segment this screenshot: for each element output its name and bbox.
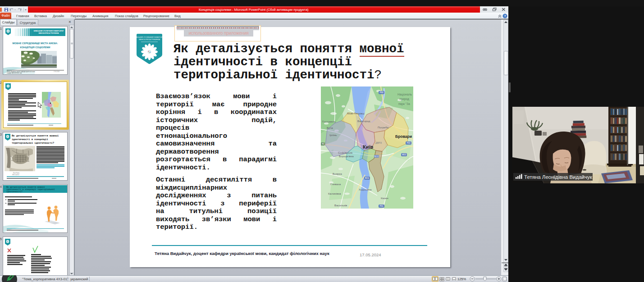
svg-text:Казин: Казин <box>381 196 388 200</box>
svg-text:Погреби: Погреби <box>378 126 389 129</box>
svg-text:Гостомель: Гостомель <box>322 120 336 123</box>
svg-text:Національ: Національ <box>397 93 412 96</box>
svg-text:Тетяна Леонідівна Видайчук: Тетяна Леонідівна Видайчук <box>524 174 593 180</box>
svg-text:М03: М03 <box>402 154 406 156</box>
svg-text:Васильків: Васильків <box>334 204 347 207</box>
svg-text:План Києва: План Києва <box>13 172 20 174</box>
svg-text:Київ: Київ <box>363 144 374 150</box>
svg-text:Буча: Буча <box>327 126 333 129</box>
svg-text:парк "За: парк "За <box>398 102 410 106</box>
svg-text:Софіївська: Софіївська <box>338 151 352 154</box>
svg-text:ВО1: ВО1 <box>365 177 369 179</box>
svg-text:17.05.2024: 17.05.2024 <box>54 71 60 73</box>
svg-text:?: ? <box>504 14 506 18</box>
svg-text:природ: природ <box>399 97 409 101</box>
svg-text:кандидат філологічних наук: кандидат філологічних наук <box>7 72 22 74</box>
svg-text:Як деталізується поняття мовно: Як деталізується поняття мовної <box>12 134 59 137</box>
svg-text:Ірпінь: Ірпінь <box>329 133 337 136</box>
svg-text:ІМЕНІ БОРИСА ГРІНЧЕНКА: ІМЕНІ БОРИСА ГРІНЧЕНКА <box>139 39 160 41</box>
svg-text:КИЇВСЬКИЙ СТОЛИЧНИЙ УНІВЕРСИТЕ: КИЇВСЬКИЙ СТОЛИЧНИЙ УНІВЕРСИТЕТ <box>34 30 64 32</box>
svg-text:Ходосівка: Ходосівка <box>359 188 372 191</box>
svg-text:Вишгород: Вишгород <box>357 119 370 123</box>
svg-text:КИЇВСЬКИЙ СТОЛИЧНИЙ УНІВЕРСИТЕ: КИЇВСЬКИЙ СТОЛИЧНИЙ УНІВЕРСИТЕТ <box>137 36 162 38</box>
svg-text:40: 40 <box>322 143 324 145</box>
svg-text:ідентичності?: ідентичності? <box>6 191 23 193</box>
svg-text:Мові Петрівці: Мові Петрівці <box>347 112 365 115</box>
svg-text:Р03: Р03 <box>406 142 411 144</box>
svg-text:КОНЦЕПЦІЯ СОЦІОЛЕМИ: КОНЦЕПЦІЯ СОЦІОЛЕМИ <box>20 46 50 49</box>
svg-text:Глеваха: Глеваха <box>330 182 341 186</box>
svg-text:ДВРЗ: ДВРЗ <box>375 141 382 144</box>
svg-text:Бровари: Бровари <box>395 134 412 139</box>
svg-text:територіальної ідентичності?: територіальної ідентичності? <box>12 141 55 145</box>
svg-text:Калинівка: Калинівка <box>328 192 341 195</box>
svg-text:XVII століття: XVII століття <box>12 174 19 176</box>
svg-text:ідентичності в концепції: ідентичності в концепції <box>12 138 48 141</box>
svg-text:Борщагівка: Борщагівка <box>339 155 354 158</box>
svg-text:МОВНЕ СЕРЕДОВИЩЕ МІСТА КИЄВА:: МОВНЕ СЕРЕДОВИЩЕ МІСТА КИЄВА: <box>12 42 58 45</box>
svg-text:ВОЗ: ВОЗ <box>375 155 379 158</box>
svg-text:Боярка: Боярка <box>333 172 342 175</box>
svg-text:Р01: Р01 <box>379 205 384 207</box>
svg-text:125%: 125% <box>457 277 466 281</box>
svg-text:Р69: Р69 <box>379 91 384 94</box>
svg-text:ІМЕНІ БОРИСА ГРІНЧЕНКА: ІМЕНІ БОРИСА ГРІНЧЕНКА <box>38 32 59 34</box>
